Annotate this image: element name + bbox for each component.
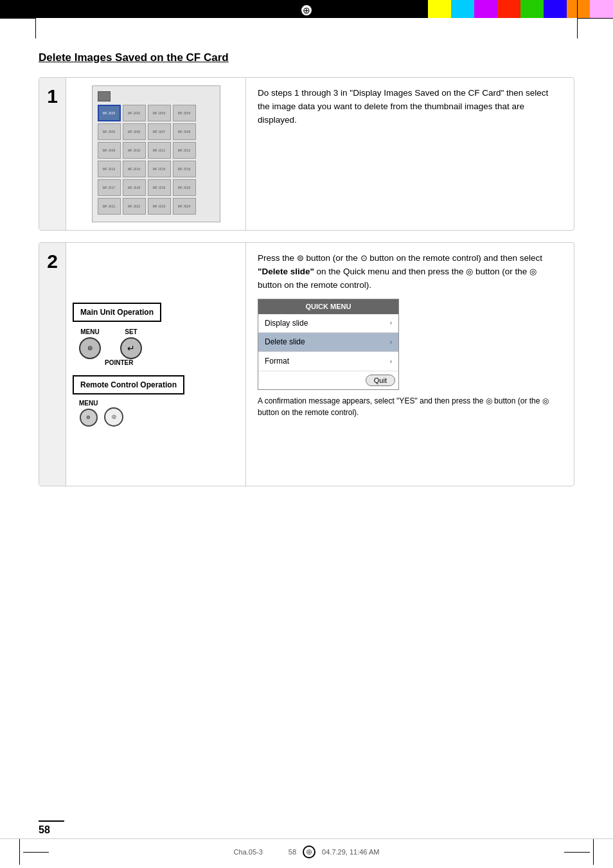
thumb-2[interactable]: MF J002 — [123, 105, 146, 121]
remote-buttons: MENU ⊜ ◎ — [79, 400, 123, 427]
step-1-right: Do steps 1 through 3 in "Display Images … — [246, 78, 574, 230]
thumb-16[interactable]: MF J016 — [173, 161, 196, 177]
thumbnail-grid: MF J025 MF J002 MF J003 MF J004 MF J005 … — [92, 85, 220, 222]
menu-label: MENU — [80, 328, 99, 335]
remote-menu-button[interactable]: ⊜ — [80, 409, 98, 427]
thumb-12[interactable]: MF J012 — [173, 142, 196, 159]
thumb-22[interactable]: MF J022 — [123, 198, 146, 215]
thumb-13[interactable]: MF J013 — [98, 161, 121, 177]
step-2-number: 2 — [39, 243, 66, 486]
remote-control-operation-label: Remote Control Operation — [73, 375, 184, 394]
quick-menu-title: QUICK MENU — [258, 299, 398, 314]
step-2-instruction: Press the ⊜ button (or the ⊙ button on t… — [258, 252, 562, 292]
step-1-left: MF J025 MF J002 MF J003 MF J004 MF J005 … — [66, 78, 246, 230]
thumb-19[interactable]: MF J019 — [148, 179, 171, 196]
set-label: SET — [125, 328, 137, 335]
thumb-20[interactable]: MF J020 — [173, 179, 196, 196]
footer-center: 58 — [289, 848, 296, 856]
footer-right: 04.7.29, 11:46 AM — [322, 848, 379, 856]
page-number: 58 — [39, 820, 64, 836]
step-2-container: 2 Main Unit Operation MENU ⊜ SET ↵ — [39, 242, 574, 486]
thumb-4[interactable]: MF J004 — [173, 105, 196, 121]
thumb-6[interactable]: MF J006 — [123, 123, 146, 140]
quick-menu-item-format[interactable]: Format › — [258, 352, 398, 371]
thumb-18[interactable]: MF J018 — [123, 179, 146, 196]
confirmation-text: A confirmation message appears, select "… — [258, 395, 562, 418]
quick-menu-item-delete[interactable]: Delete slide › — [258, 333, 398, 352]
step-1-container: 1 MF J025 MF J002 MF J003 MF J004 MF J00… — [39, 77, 574, 231]
thumb-21[interactable]: MF J021 — [98, 198, 121, 215]
thumb-7[interactable]: MF J007 — [148, 123, 171, 140]
main-unit-operation-label: Main Unit Operation — [73, 303, 161, 322]
remote-set-button[interactable]: ◎ — [104, 407, 123, 427]
step-2-right: Press the ⊜ button (or the ⊙ button on t… — [246, 243, 574, 486]
thumb-8[interactable]: MF J008 — [173, 123, 196, 140]
thumb-3[interactable]: MF J003 — [148, 105, 171, 121]
thumb-14[interactable]: MF J014 — [123, 161, 146, 177]
thumb-24[interactable]: MF J024 — [173, 198, 196, 215]
set-button[interactable]: ↵ — [120, 337, 142, 359]
thumb-10[interactable]: MF J010 — [123, 142, 146, 159]
thumb-11[interactable]: MF J011 — [148, 142, 171, 159]
quick-menu-item-display[interactable]: Display slide › — [258, 314, 398, 333]
quit-button[interactable]: Quit — [366, 375, 395, 386]
set-button-group: SET ↵ — [120, 328, 142, 359]
thumb-5[interactable]: MF J005 — [98, 123, 121, 140]
thumb-17[interactable]: MF J017 — [98, 179, 121, 196]
remote-menu-group: MENU ⊜ — [79, 400, 98, 427]
step-1-number: 1 — [39, 78, 66, 230]
quick-menu-quit-area: Quit — [258, 371, 398, 389]
thumb-23[interactable]: MF J023 — [148, 198, 171, 215]
thumb-15[interactable]: MF J015 — [148, 161, 171, 177]
quick-menu: QUICK MENU Display slide › Delete slide … — [258, 299, 399, 390]
menu-button[interactable]: ⊜ — [79, 337, 101, 359]
remote-menu-label: MENU — [79, 400, 98, 407]
menu-button-group: MENU ⊜ — [79, 328, 101, 359]
footer-left: Cha.05-3 — [234, 848, 263, 856]
remote-set-group: ◎ — [104, 407, 123, 427]
thumb-1[interactable]: MF J025 — [98, 105, 121, 121]
section-title: Delete Images Saved on the CF Card — [39, 51, 574, 64]
pointer-label: POINTER — [105, 359, 133, 366]
thumb-9[interactable]: MF J009 — [98, 142, 121, 159]
step-2-left: Main Unit Operation MENU ⊜ SET ↵ — [66, 243, 246, 486]
